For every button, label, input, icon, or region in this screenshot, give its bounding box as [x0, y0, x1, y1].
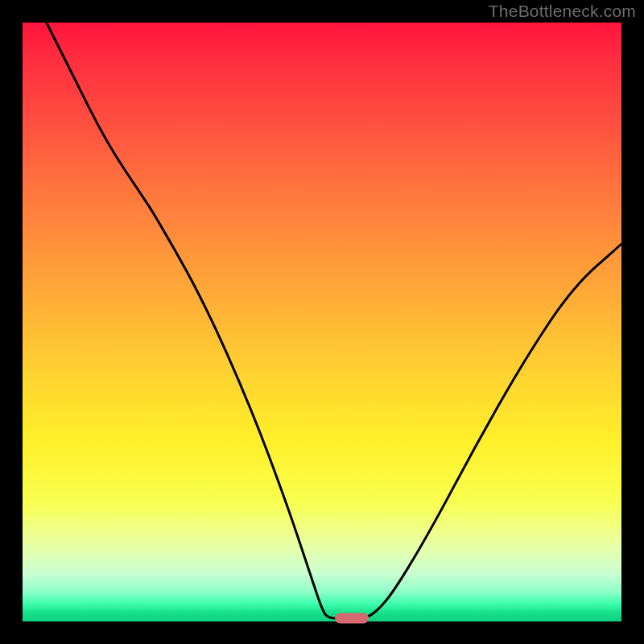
watermark-text: TheBottleneck.com	[489, 2, 636, 21]
chart-root: TheBottleneck.com	[0, 0, 644, 644]
optimal-point-marker	[335, 613, 369, 624]
bottleneck-curve	[23, 23, 621, 621]
plot-area	[23, 23, 621, 621]
